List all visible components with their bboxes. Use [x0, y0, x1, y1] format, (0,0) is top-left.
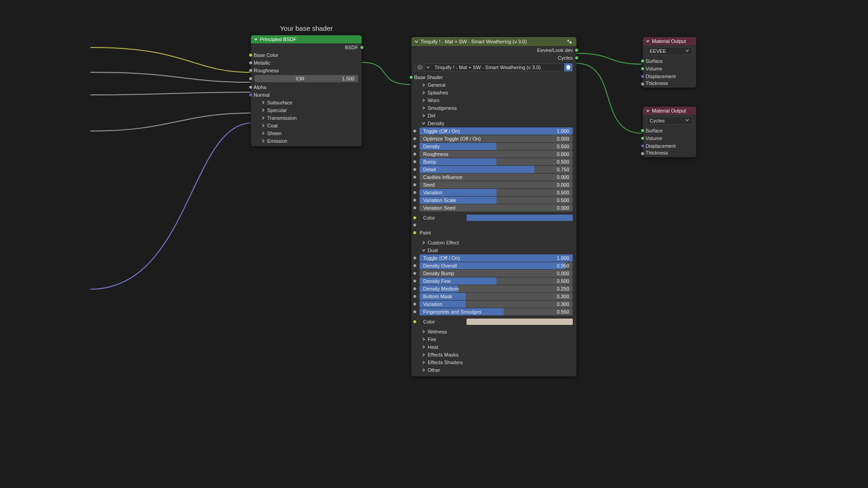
- socket-dot[interactable]: [413, 223, 417, 227]
- cat-density[interactable]: Density: [411, 119, 576, 127]
- slider-row[interactable]: Bump0.500: [420, 158, 573, 165]
- socket-dot[interactable]: [249, 85, 253, 89]
- socket-dot[interactable]: [413, 129, 417, 133]
- input-normal[interactable]: Normal: [251, 91, 362, 99]
- socket-dot[interactable]: [413, 152, 417, 156]
- socket-dot[interactable]: [413, 320, 417, 324]
- socket-dot[interactable]: [413, 191, 417, 195]
- input-unnamed-socket[interactable]: [420, 222, 573, 228]
- cat-row[interactable]: Dirt: [411, 112, 576, 119]
- input-volume[interactable]: Volume: [643, 134, 696, 142]
- expand-coat[interactable]: Coat: [251, 122, 362, 129]
- input-dust-color[interactable]: Color: [420, 318, 573, 325]
- input-base-shader[interactable]: Base Shader: [411, 73, 576, 81]
- socket-dot[interactable]: [413, 310, 417, 314]
- socket-dot[interactable]: [641, 59, 645, 63]
- cat-row[interactable]: General: [411, 81, 576, 89]
- input-displacement[interactable]: Displacement: [643, 142, 696, 150]
- socket-dot[interactable]: [249, 68, 253, 72]
- input-thickness[interactable]: Thickness: [643, 150, 696, 157]
- cat-custom-effect[interactable]: Custom Effect: [411, 239, 576, 246]
- cat-row[interactable]: Fire: [411, 335, 576, 343]
- node-material-output-eevee[interactable]: Material Output EEVEE Surface Volume Dis…: [643, 37, 696, 88]
- socket-dot[interactable]: [641, 82, 645, 86]
- node-principled-bsdf[interactable]: Your base shader Principled BSDF BSDF Ba…: [251, 35, 362, 146]
- input-ior[interactable]: IOR 1.500: [255, 75, 358, 82]
- input-alpha[interactable]: Alpha: [251, 83, 362, 91]
- cat-row[interactable]: Wetness: [411, 328, 576, 335]
- input-surface[interactable]: Surface: [643, 127, 696, 134]
- socket-dot[interactable]: [413, 272, 417, 276]
- socket-dot[interactable]: [641, 136, 645, 140]
- input-density-color[interactable]: Color: [420, 214, 573, 221]
- socket-dot[interactable]: [413, 137, 417, 141]
- socket-dot[interactable]: [641, 128, 645, 132]
- socket-dot[interactable]: [413, 256, 417, 260]
- socket-dot[interactable]: [413, 287, 417, 291]
- socket-dot[interactable]: [575, 48, 579, 52]
- socket-dot[interactable]: [413, 279, 417, 283]
- expand-emission[interactable]: Emission: [251, 137, 362, 145]
- input-thickness[interactable]: Thickness: [643, 80, 696, 88]
- socket-dot[interactable]: [249, 77, 253, 81]
- output-bsdf[interactable]: BSDF: [251, 43, 362, 51]
- cat-row[interactable]: Effects Shaders: [411, 358, 576, 366]
- group-name[interactable]: Tinquify ! - Mat + SW - Smart Weathering…: [432, 65, 564, 70]
- socket-dot[interactable]: [413, 198, 417, 202]
- output-eevee[interactable]: Eevee/Look dev: [411, 46, 576, 54]
- engine-select[interactable]: EEVEE: [646, 47, 693, 55]
- socket-dot[interactable]: [249, 93, 253, 97]
- output-cycles[interactable]: Cycles: [411, 54, 576, 61]
- expand-transmission[interactable]: Transmission: [251, 114, 362, 122]
- input-base-color[interactable]: Base Color: [251, 51, 362, 59]
- socket-dot[interactable]: [641, 144, 645, 148]
- socket-dot[interactable]: [413, 206, 417, 210]
- socket-dot[interactable]: [413, 302, 417, 306]
- cat-row[interactable]: Smudgeness: [411, 104, 576, 112]
- cat-row[interactable]: Worn: [411, 96, 576, 104]
- slider-row[interactable]: Variation Seed0.000: [420, 204, 573, 211]
- slider-row[interactable]: Density Medium0.250: [420, 285, 573, 292]
- input-roughness[interactable]: Roughness: [251, 66, 362, 74]
- node-options-icon[interactable]: [566, 38, 573, 45]
- slider-row[interactable]: Density0.500: [420, 143, 573, 150]
- shield-icon[interactable]: [564, 63, 572, 71]
- socket-dot[interactable]: [249, 61, 253, 65]
- engine-select[interactable]: Cycles: [646, 117, 693, 125]
- group-datablock-selector[interactable]: Tinquify ! - Mat + SW - Smart Weathering…: [415, 63, 573, 71]
- node-material-output-cycles[interactable]: Material Output Cycles Surface Volume Di…: [643, 107, 696, 157]
- slider-row[interactable]: Cavities Influence0.000: [420, 174, 573, 181]
- socket-dot[interactable]: [413, 264, 417, 268]
- socket-dot[interactable]: [249, 53, 253, 57]
- socket-dot[interactable]: [641, 151, 645, 155]
- slider-row[interactable]: Toggle (Off / On)1.000: [420, 254, 573, 262]
- node-header[interactable]: Material Output: [643, 107, 696, 115]
- slider-row[interactable]: Optimize Toggle (Off / On)0.000: [420, 135, 573, 142]
- node-header[interactable]: Material Output: [643, 37, 696, 45]
- slider-row[interactable]: Density Bump0.000: [420, 270, 573, 277]
- socket-dot[interactable]: [575, 56, 579, 60]
- node-header[interactable]: Principled BSDF: [251, 35, 362, 43]
- socket-dot[interactable]: [641, 66, 645, 70]
- socket-dot[interactable]: [413, 168, 417, 172]
- color-swatch[interactable]: [467, 319, 573, 325]
- cat-row[interactable]: Splashes: [411, 89, 576, 96]
- node-header[interactable]: Tinquify ! - Mat + SW - Smart Weathering…: [411, 37, 576, 46]
- slider-row[interactable]: Density Overall0.950: [420, 262, 573, 269]
- slider-row[interactable]: Variation0.300: [420, 300, 573, 308]
- socket-dot[interactable]: [413, 230, 417, 235]
- input-surface[interactable]: Surface: [643, 57, 696, 65]
- socket-dot[interactable]: [413, 183, 417, 187]
- socket-dot[interactable]: [409, 75, 413, 79]
- cat-row[interactable]: Effects Masks: [411, 351, 576, 358]
- socket-dot[interactable]: [641, 74, 645, 78]
- chevron-down-icon[interactable]: [425, 65, 432, 70]
- expand-sheen[interactable]: Sheen: [251, 129, 362, 137]
- node-weathering-group[interactable]: Tinquify ! - Mat + SW - Smart Weathering…: [411, 37, 576, 376]
- input-metallic[interactable]: Metallic: [251, 59, 362, 66]
- slider-row[interactable]: Variation Scale0.500: [420, 197, 573, 204]
- expand-specular[interactable]: Specular: [251, 106, 362, 114]
- socket-dot[interactable]: [413, 216, 417, 220]
- socket-dot[interactable]: [413, 160, 417, 164]
- socket-dot[interactable]: [413, 145, 417, 149]
